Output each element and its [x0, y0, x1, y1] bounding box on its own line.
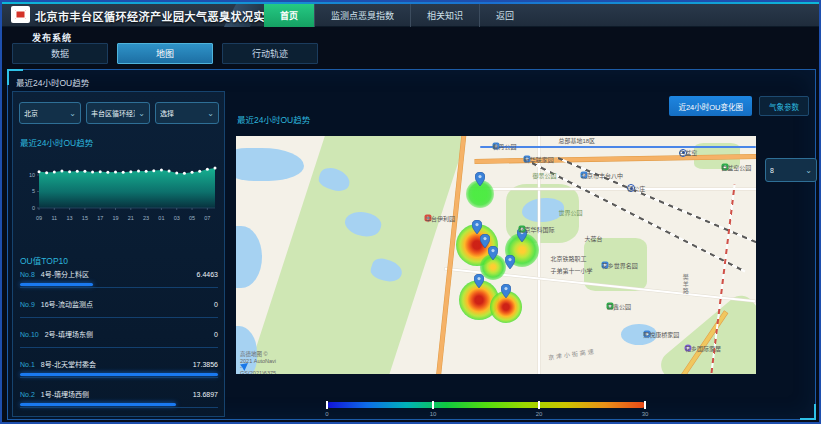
rank-number: No.10 — [20, 331, 39, 338]
rank-number: No.1 — [20, 361, 35, 368]
rank-row[interactable]: No.21号-填埋场西侧13.6897 — [20, 388, 218, 418]
rank-separator — [20, 287, 218, 288]
map-marker-icon[interactable] — [475, 172, 485, 186]
rank-separator — [20, 317, 218, 318]
rank-number: No.8 — [20, 271, 35, 278]
nav-item[interactable]: 返回 — [479, 4, 530, 27]
svg-text:21: 21 — [128, 215, 134, 221]
svg-text:19: 19 — [112, 215, 118, 221]
map-poi-label: 熙悦康桥家园 — [643, 330, 650, 337]
colorbar-tick-label: 10 — [430, 411, 437, 417]
view-tab[interactable]: 行动轨迹 — [222, 43, 318, 64]
logo-glyph-icon — [15, 10, 26, 19]
rank-value: 0 — [214, 301, 218, 308]
filter-bar: 北京⌄丰台区循环经济产⌄选择⌄ — [19, 102, 219, 124]
svg-text:5: 5 — [32, 188, 35, 194]
map-poi-text: 子弟第十一小学 — [551, 266, 593, 275]
filter-select[interactable]: 北京⌄ — [19, 102, 81, 124]
rank-line: No.102号-填埋场东侧0 — [20, 328, 218, 340]
rank-number: No.9 — [20, 301, 35, 308]
panel-title: 最近24小时OU趋势 — [16, 76, 89, 88]
filter-select[interactable]: 丰台区循环经济产⌄ — [86, 102, 150, 124]
colorbar-tick — [432, 401, 434, 409]
map-poi-text: 御景公园 — [532, 171, 556, 180]
rank-row[interactable]: No.18号-北天堂村委会17.3856 — [20, 358, 218, 388]
map-poi-text: 花乡世界名园 — [602, 260, 638, 269]
map-poi-label: 丰台伊利园 — [425, 215, 432, 222]
rank-number: No.2 — [20, 391, 35, 398]
svg-text:10: 10 — [29, 172, 35, 178]
map-poi-text: 丰台伊利园 — [425, 214, 455, 223]
svg-text:0: 0 — [32, 205, 35, 211]
map-poi-label: 看丹公园 — [493, 142, 500, 149]
map-poi-label: 花乡世界名园 — [602, 261, 609, 268]
main-nav: 首页监测点恶臭指数相关知识返回 — [264, 4, 530, 27]
view-tabs: 数据地图行动轨迹 — [12, 43, 318, 64]
map-poi-text: 新华联家园 — [524, 154, 554, 163]
rank-name: 1号-填埋场西侧 — [41, 389, 89, 399]
map-poi-text: 北京市丰台八中 — [581, 171, 623, 180]
rank-row[interactable]: No.84号-筛分上料区6.4463 — [20, 268, 218, 298]
nav-item[interactable]: 相关知识 — [410, 4, 479, 27]
weather-params-button[interactable]: 气象参数 — [759, 96, 809, 116]
map-poi-text: 花乡国际家居 — [685, 343, 721, 352]
map-poi-text: 白盆窑 — [679, 148, 697, 157]
rank-line: No.84号-筛分上料区6.4463 — [20, 268, 218, 280]
map-poi-text: 郭公庄 — [627, 184, 645, 193]
map-road — [470, 188, 756, 190]
colorbar-tick — [644, 401, 646, 409]
map-marker-icon[interactable] — [505, 255, 515, 269]
colorbar-tick-label: 30 — [642, 411, 649, 417]
map-poi-text: 大葆台 — [584, 234, 602, 243]
svg-text:09: 09 — [36, 215, 42, 221]
map-marker-icon[interactable] — [474, 274, 484, 288]
map-buttons: 近24小时OU变化图气象参数 — [669, 96, 809, 116]
ou-trend-chart: 0510091113151719212301030507 — [15, 148, 223, 232]
nav-item[interactable]: 首页 — [264, 4, 314, 27]
map-water-area — [236, 226, 262, 288]
colorbar-tick-label: 20 — [536, 411, 543, 417]
rank-value: 0 — [214, 331, 218, 338]
map-canvas[interactable]: 高德地图 © 2021 AutoNavi - GS(2021)6375号 看丹公… — [236, 136, 756, 374]
rank-bar-track — [20, 343, 218, 346]
chevron-down-icon: ⌄ — [69, 109, 76, 118]
map-poi-label: 白盆窑公园 — [721, 163, 728, 170]
sidebar-chart-title: 最近24小时OU趋势 — [20, 136, 93, 148]
filter-value: 北京 — [24, 108, 38, 118]
svg-text:07: 07 — [204, 215, 210, 221]
filter-select[interactable]: 选择⌄ — [155, 102, 219, 124]
app-title: 北京市丰台区循环经济产业园大气恶臭状况实时 — [35, 8, 277, 24]
rank-row[interactable]: No.102号-填埋场东侧0 — [20, 328, 218, 358]
ou-top10-list: No.84号-筛分上料区6.4463No.916号-流动监测点0No.102号-… — [20, 268, 218, 418]
svg-text:13: 13 — [67, 215, 73, 221]
rank-separator — [20, 347, 218, 348]
rank-bar — [20, 283, 93, 286]
map-marker-icon[interactable] — [488, 246, 498, 260]
map-poi-label: 北京市丰台八中 — [581, 172, 588, 179]
rank-value: 6.4463 — [197, 271, 218, 278]
ou-change-chart-button[interactable]: 近24小时OU变化图 — [669, 96, 752, 116]
chevron-down-icon: ⌄ — [805, 166, 812, 175]
rank-separator — [20, 377, 218, 378]
rank-bar-track — [20, 403, 218, 406]
map-marker-icon[interactable] — [472, 220, 482, 234]
view-tab[interactable]: 数据 — [12, 43, 108, 64]
rank-name: 16号-流动监测点 — [41, 299, 93, 309]
ou-colorbar — [327, 402, 645, 408]
map-poi-label: 北京华科国际 — [519, 225, 526, 232]
ou-trend-chart-svg: 0510091113151719212301030507 — [15, 148, 223, 232]
map-poi-label: 白盆窑 — [679, 149, 687, 157]
view-tab[interactable]: 地图 — [117, 43, 213, 64]
map-water-area — [236, 148, 304, 181]
ou-colorbar-labels: 0102030 — [327, 411, 645, 419]
rank-row[interactable]: No.916号-流动监测点0 — [20, 298, 218, 328]
rank-line: No.18号-北天堂村委会17.3856 — [20, 358, 218, 370]
colorbar-tick — [538, 401, 540, 409]
svg-text:03: 03 — [174, 215, 180, 221]
sidebar-panel: 北京⌄丰台区循环经济产⌄选择⌄ 最近24小时OU趋势 0510091113151… — [12, 91, 225, 417]
map-marker-icon[interactable] — [501, 284, 511, 298]
nav-item[interactable]: 监测点恶臭指数 — [314, 4, 410, 27]
hour-select[interactable]: 8 ⌄ — [765, 158, 817, 182]
hour-select-value: 8 — [770, 167, 774, 174]
rank-value: 17.3856 — [193, 361, 218, 368]
